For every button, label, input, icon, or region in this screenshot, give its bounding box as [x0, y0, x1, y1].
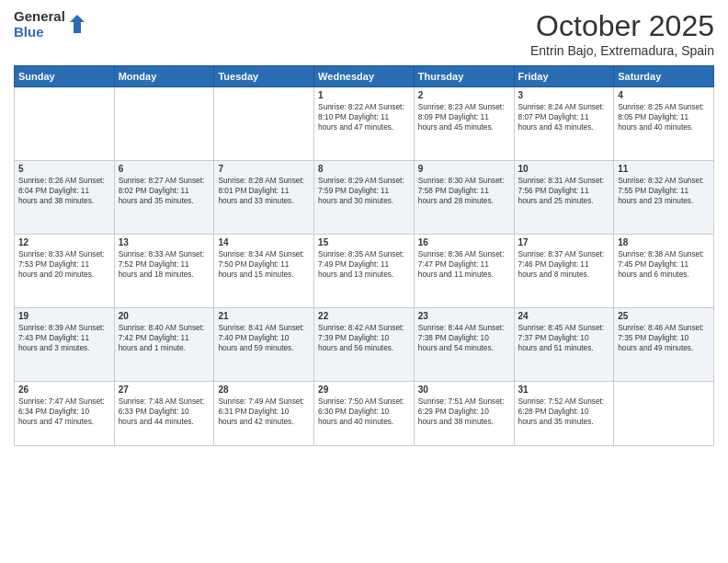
table-row: 16Sunrise: 8:36 AM Sunset: 7:47 PM Dayli… [414, 235, 514, 308]
logo-general: General [14, 9, 65, 25]
col-monday: Monday [114, 66, 214, 87]
calendar-table: Sunday Monday Tuesday Wednesday Thursday… [14, 65, 714, 446]
day-number: 9 [418, 164, 510, 174]
logo-blue: Blue [14, 25, 65, 40]
table-row: 17Sunrise: 8:37 AM Sunset: 7:46 PM Dayli… [514, 235, 614, 308]
day-info: Sunrise: 7:51 AM Sunset: 6:29 PM Dayligh… [418, 396, 510, 428]
table-row: 1Sunrise: 8:22 AM Sunset: 8:10 PM Daylig… [314, 87, 415, 161]
table-row: 13Sunrise: 8:33 AM Sunset: 7:52 PM Dayli… [114, 235, 214, 308]
day-info: Sunrise: 8:28 AM Sunset: 8:01 PM Dayligh… [218, 176, 310, 207]
day-number: 21 [218, 311, 310, 321]
day-info: Sunrise: 8:32 AM Sunset: 7:55 PM Dayligh… [618, 176, 710, 207]
day-number: 31 [518, 385, 610, 395]
day-info: Sunrise: 8:24 AM Sunset: 8:07 PM Dayligh… [518, 102, 610, 133]
table-row: 7Sunrise: 8:28 AM Sunset: 8:01 PM Daylig… [214, 161, 314, 235]
table-row: 11Sunrise: 8:32 AM Sunset: 7:55 PM Dayli… [614, 161, 714, 235]
day-number: 12 [18, 237, 110, 247]
day-number: 27 [119, 385, 210, 395]
col-tuesday: Tuesday [214, 66, 314, 87]
day-number: 2 [418, 90, 510, 100]
month-title: October 2025 [530, 9, 714, 43]
day-info: Sunrise: 8:41 AM Sunset: 7:40 PM Dayligh… [218, 323, 310, 354]
day-info: Sunrise: 8:27 AM Sunset: 8:02 PM Dayligh… [119, 176, 210, 207]
day-info: Sunrise: 8:25 AM Sunset: 8:05 PM Dayligh… [618, 102, 710, 133]
title-block: October 2025 Entrin Bajo, Extremadura, S… [530, 9, 714, 58]
subtitle: Entrin Bajo, Extremadura, Spain [530, 43, 714, 58]
day-number: 16 [418, 237, 510, 247]
table-row: 8Sunrise: 8:29 AM Sunset: 7:59 PM Daylig… [314, 161, 415, 235]
table-row: 5Sunrise: 8:26 AM Sunset: 8:04 PM Daylig… [15, 161, 115, 235]
day-info: Sunrise: 8:46 AM Sunset: 7:35 PM Dayligh… [618, 323, 710, 354]
table-row: 9Sunrise: 8:30 AM Sunset: 7:58 PM Daylig… [414, 161, 514, 235]
svg-marker-0 [70, 15, 85, 33]
day-info: Sunrise: 8:44 AM Sunset: 7:38 PM Dayligh… [418, 323, 510, 354]
table-row: 3Sunrise: 8:24 AM Sunset: 8:07 PM Daylig… [514, 87, 614, 161]
table-row: 6Sunrise: 8:27 AM Sunset: 8:02 PM Daylig… [114, 161, 214, 235]
table-row: 28Sunrise: 7:49 AM Sunset: 6:31 PM Dayli… [214, 382, 314, 446]
day-number: 22 [318, 311, 410, 321]
day-number: 6 [119, 164, 210, 174]
table-row: 25Sunrise: 8:46 AM Sunset: 7:35 PM Dayli… [614, 308, 714, 382]
header-row: Sunday Monday Tuesday Wednesday Thursday… [15, 66, 714, 87]
col-friday: Friday [514, 66, 614, 87]
day-info: Sunrise: 7:50 AM Sunset: 6:30 PM Dayligh… [318, 396, 410, 428]
day-number: 29 [318, 385, 410, 395]
logo-text: General Blue [14, 9, 65, 40]
day-number: 8 [318, 164, 410, 174]
table-row: 4Sunrise: 8:25 AM Sunset: 8:05 PM Daylig… [614, 87, 714, 161]
table-row: 24Sunrise: 8:45 AM Sunset: 7:37 PM Dayli… [514, 308, 614, 382]
day-info: Sunrise: 7:49 AM Sunset: 6:31 PM Dayligh… [218, 396, 310, 428]
day-number: 3 [518, 90, 610, 100]
day-info: Sunrise: 8:42 AM Sunset: 7:39 PM Dayligh… [318, 323, 410, 354]
table-row: 2Sunrise: 8:23 AM Sunset: 8:09 PM Daylig… [414, 87, 514, 161]
day-info: Sunrise: 8:33 AM Sunset: 7:53 PM Dayligh… [18, 249, 110, 281]
day-number: 20 [119, 311, 210, 321]
day-info: Sunrise: 8:37 AM Sunset: 7:46 PM Dayligh… [518, 249, 610, 281]
day-info: Sunrise: 7:47 AM Sunset: 6:34 PM Dayligh… [18, 396, 110, 428]
day-number: 28 [218, 385, 310, 395]
day-info: Sunrise: 8:36 AM Sunset: 7:47 PM Dayligh… [418, 249, 510, 281]
table-row: 12Sunrise: 8:33 AM Sunset: 7:53 PM Dayli… [15, 235, 115, 308]
day-number: 5 [18, 164, 110, 174]
day-number: 26 [18, 385, 110, 395]
day-info: Sunrise: 8:33 AM Sunset: 7:52 PM Dayligh… [119, 249, 210, 281]
table-row: 23Sunrise: 8:44 AM Sunset: 7:38 PM Dayli… [414, 308, 514, 382]
day-info: Sunrise: 8:35 AM Sunset: 7:49 PM Dayligh… [318, 249, 410, 281]
day-info: Sunrise: 8:30 AM Sunset: 7:58 PM Dayligh… [418, 176, 510, 207]
table-row: 27Sunrise: 7:48 AM Sunset: 6:33 PM Dayli… [114, 382, 214, 446]
logo-icon [68, 13, 86, 35]
logo: General Blue [14, 9, 86, 40]
day-number: 23 [418, 311, 510, 321]
table-row: 15Sunrise: 8:35 AM Sunset: 7:49 PM Dayli… [314, 235, 415, 308]
day-number: 10 [518, 164, 610, 174]
table-row: 29Sunrise: 7:50 AM Sunset: 6:30 PM Dayli… [314, 382, 415, 446]
day-number: 1 [318, 90, 410, 100]
page: General Blue October 2025 Entrin Bajo, E… [0, 0, 728, 563]
table-row: 26Sunrise: 7:47 AM Sunset: 6:34 PM Dayli… [15, 382, 115, 446]
day-number: 14 [218, 237, 310, 247]
day-number: 19 [18, 311, 110, 321]
table-row [214, 87, 314, 161]
day-info: Sunrise: 8:22 AM Sunset: 8:10 PM Dayligh… [318, 102, 410, 133]
day-info: Sunrise: 8:31 AM Sunset: 7:56 PM Dayligh… [518, 176, 610, 207]
table-row: 10Sunrise: 8:31 AM Sunset: 7:56 PM Dayli… [514, 161, 614, 235]
day-number: 24 [518, 311, 610, 321]
table-row [15, 87, 115, 161]
day-number: 11 [618, 164, 710, 174]
table-row: 21Sunrise: 8:41 AM Sunset: 7:40 PM Dayli… [214, 308, 314, 382]
table-row: 30Sunrise: 7:51 AM Sunset: 6:29 PM Dayli… [414, 382, 514, 446]
day-number: 25 [618, 311, 710, 321]
day-number: 13 [119, 237, 210, 247]
table-row [614, 382, 714, 446]
day-info: Sunrise: 8:40 AM Sunset: 7:42 PM Dayligh… [119, 323, 210, 354]
col-thursday: Thursday [414, 66, 514, 87]
table-row: 18Sunrise: 8:38 AM Sunset: 7:45 PM Dayli… [614, 235, 714, 308]
day-info: Sunrise: 8:38 AM Sunset: 7:45 PM Dayligh… [618, 249, 710, 281]
day-info: Sunrise: 8:39 AM Sunset: 7:43 PM Dayligh… [18, 323, 110, 354]
day-info: Sunrise: 8:45 AM Sunset: 7:37 PM Dayligh… [518, 323, 610, 354]
table-row [114, 87, 214, 161]
day-info: Sunrise: 8:34 AM Sunset: 7:50 PM Dayligh… [218, 249, 310, 281]
day-info: Sunrise: 7:48 AM Sunset: 6:33 PM Dayligh… [119, 396, 210, 428]
table-row: 22Sunrise: 8:42 AM Sunset: 7:39 PM Dayli… [314, 308, 415, 382]
day-number: 18 [618, 237, 710, 247]
